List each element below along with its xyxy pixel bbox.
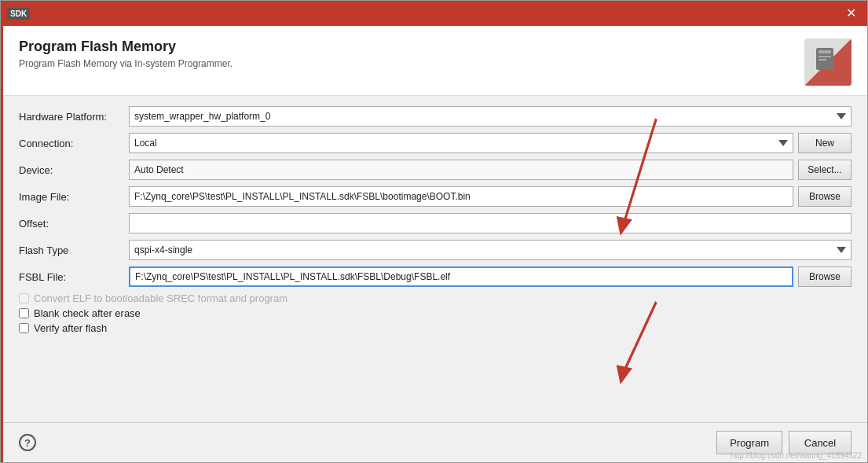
image-file-label: Image File: [19, 191, 129, 203]
convert-elf-checkbox[interactable] [19, 293, 29, 303]
dialog-header: Program Flash Memory Program Flash Memor… [3, 26, 867, 96]
image-file-row: Image File: Browse [19, 186, 852, 208]
device-label: Device: [19, 164, 129, 176]
fsbl-browse-button[interactable]: Browse [798, 266, 852, 287]
convert-elf-label: Convert ELF to bootloadable SREC format … [34, 292, 288, 304]
fsbl-file-row: FSBL File: Browse [19, 266, 852, 288]
device-row: Device: Select... [19, 159, 852, 181]
convert-elf-row: Convert ELF to bootloadable SREC format … [19, 292, 852, 304]
connection-label: Connection: [19, 138, 129, 149]
offset-input[interactable] [129, 213, 852, 233]
fsbl-file-label: FSBL File: [19, 271, 129, 283]
fsbl-file-input[interactable] [129, 266, 793, 287]
hardware-platform-label: Hardware Platform: [19, 111, 129, 123]
dialog-header-text: Program Flash Memory Program Flash Memor… [19, 39, 804, 69]
sdk-badge: SDK [7, 8, 30, 20]
svg-rect-4 [819, 56, 831, 57]
blank-check-checkbox[interactable] [19, 308, 29, 318]
svg-rect-3 [819, 50, 831, 53]
new-button[interactable]: New [798, 133, 852, 153]
flash-type-select[interactable]: qspi-x4-single [129, 240, 852, 260]
close-button[interactable]: ✕ [841, 6, 861, 21]
form-area: Hardware Platform: system_wrapper_hw_pla… [3, 96, 867, 422]
main-window: SDK ✕ Program Flash Memory Program Flash… [0, 0, 868, 463]
dialog-icon [804, 39, 852, 86]
blank-check-label: Blank check after erase [34, 307, 141, 319]
offset-label: Offset: [19, 218, 129, 230]
image-browse-button[interactable]: Browse [798, 186, 852, 207]
hardware-platform-row: Hardware Platform: system_wrapper_hw_pla… [19, 105, 852, 127]
verify-checkbox[interactable] [19, 323, 29, 333]
watermark: http://blog.csdn.net/waring_41594522 [731, 451, 862, 460]
verify-label: Verify after flash [34, 322, 107, 334]
help-button[interactable]: ? [19, 434, 36, 451]
select-button[interactable]: Select... [798, 160, 852, 180]
dialog-title: Program Flash Memory [19, 39, 804, 55]
connection-select[interactable]: Local [129, 133, 793, 153]
offset-row: Offset: [19, 212, 852, 234]
blank-check-row: Blank check after erase [19, 307, 852, 319]
svg-rect-5 [819, 59, 826, 61]
dialog-content: Program Flash Memory Program Flash Memor… [1, 26, 867, 462]
verify-row: Verify after flash [19, 322, 852, 334]
titlebar-left: SDK [7, 8, 30, 20]
device-input[interactable] [129, 160, 793, 180]
flash-type-label: Flash Type [19, 244, 129, 256]
titlebar: SDK ✕ [1, 1, 867, 26]
dialog-subtitle: Program Flash Memory via In-system Progr… [19, 58, 804, 69]
connection-row: Connection: Local New [19, 132, 852, 154]
hardware-platform-select[interactable]: system_wrapper_hw_platform_0 [129, 106, 852, 127]
flash-type-row: Flash Type qspi-x4-single [19, 239, 852, 261]
image-file-input[interactable] [129, 186, 793, 207]
